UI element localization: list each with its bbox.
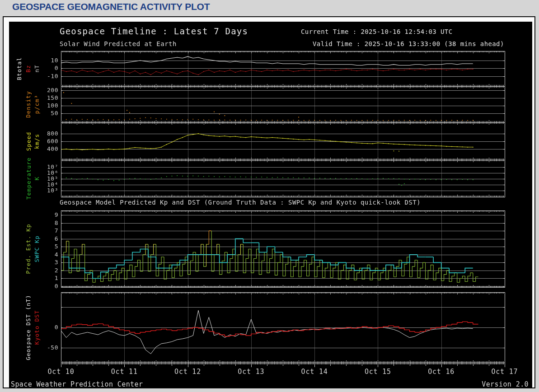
- y-tick-label: 4: [38, 251, 58, 258]
- axis-label-bz: Bz: [25, 65, 32, 72]
- y-tick-label: 2: [38, 267, 58, 274]
- axis-label-speed: Speed: [25, 131, 32, 151]
- footer-credit: Space Weather Prediction Center: [11, 380, 143, 388]
- axis-label-btotal: Btotal: [16, 57, 23, 80]
- kp-section-title: Geospace Model Predicted Kp and DST (Gro…: [60, 199, 421, 206]
- y-tick-label: 7: [38, 227, 58, 234]
- y-tick-label: 9: [38, 211, 58, 218]
- valid-time-text: Valid Time : 2025-10-16 13:33:00 (38 min…: [313, 40, 504, 47]
- y-tick-label: 400: [38, 145, 58, 152]
- y-tick-label: 100: [38, 102, 58, 109]
- x-date-label: Oct 13: [232, 368, 270, 376]
- y-tick-label: 5: [38, 243, 58, 250]
- y-tick-label: -10: [38, 73, 58, 79]
- x-date-label: Oct 11: [105, 368, 143, 376]
- footer-version: Version 2.0: [482, 380, 529, 388]
- x-date-label: Oct 16: [422, 368, 460, 376]
- y-tick-label: 0: [38, 283, 58, 289]
- axis-label-geospace-dst-nt-: Geospace DST (nT): [25, 295, 32, 360]
- axis-label-temperature: Temperature: [25, 157, 32, 200]
- page: { "page": { "header_title": "GEOSPACE GE…: [0, 0, 539, 392]
- y-tick-label: 50: [38, 110, 58, 117]
- plot-subtitle: Solar Wind Predicted at Earth: [60, 40, 177, 47]
- y-tick-label: -50: [38, 344, 58, 351]
- y-tick-label: 200: [38, 87, 58, 93]
- y-tick-label: 800: [38, 130, 58, 137]
- x-date-label: Oct 17: [486, 368, 524, 376]
- plot-frame: Geospace Timeline : Latest 7 Days Solar …: [3, 16, 535, 388]
- axis-label-pred-est-kp: Pred. Est. Kp: [25, 224, 32, 274]
- y-tick-label: 3: [38, 259, 58, 266]
- x-date-label: Oct 10: [42, 368, 80, 376]
- y-tick-label: 0: [38, 324, 58, 331]
- x-date-label: Oct 12: [169, 368, 207, 376]
- y-tick-label: 150: [38, 94, 58, 101]
- plot-image: Geospace Timeline : Latest 7 Days Solar …: [9, 22, 532, 388]
- y-tick-label: 10³: [38, 187, 58, 194]
- plot-title: Geospace Timeline : Latest 7 Days: [60, 26, 248, 36]
- x-date-label: Oct 14: [295, 368, 333, 376]
- x-date-label: Oct 15: [359, 368, 397, 376]
- y-tick-label: 600: [38, 138, 58, 145]
- page-title: GEOSPACE GEOMAGNETIC ACTIVITY PLOT: [12, 1, 210, 12]
- axis-label-density: Density: [25, 91, 32, 118]
- y-tick-label: 8: [38, 219, 58, 226]
- y-tick-label: 1: [38, 275, 58, 281]
- y-tick-label: 0: [38, 65, 58, 71]
- y-tick-label: 10: [38, 57, 58, 64]
- current-time-text: Current Time : 2025-10-16 12:54:03 UTC: [301, 28, 453, 35]
- y-tick-label: 6: [38, 235, 58, 242]
